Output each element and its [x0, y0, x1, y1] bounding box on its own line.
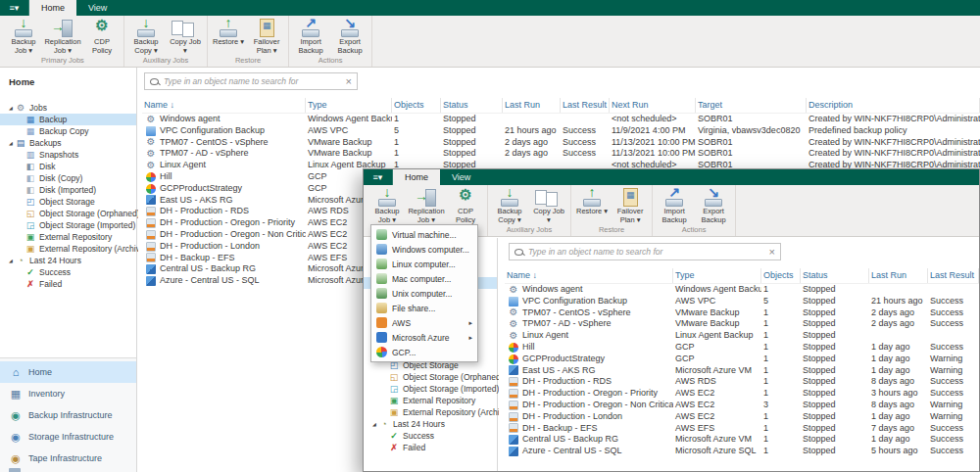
tree-item[interactable]: Disk (Imported) — [0, 184, 136, 196]
column-header[interactable]: Type — [673, 268, 761, 283]
table-row[interactable]: East US - AKS RG Microsoft Azure VM 1 St… — [505, 365, 979, 377]
tree-item[interactable]: Object Storage — [0, 196, 136, 208]
ribbon-button[interactable]: Backup Copy ▾ — [126, 16, 166, 56]
ribbon-button[interactable]: Failover Plan ▾ — [611, 185, 650, 225]
table-row[interactable]: TPM07 - AD - vSphere VMware Backup 1 Sto… — [142, 148, 980, 160]
tree-item[interactable]: Snapshots — [0, 149, 136, 161]
ribbon-button[interactable]: Import Backup — [291, 16, 330, 56]
nav-item[interactable]: Home — [0, 361, 136, 383]
expander-icon[interactable] — [6, 105, 16, 111]
column-header[interactable]: Last Result — [928, 268, 979, 283]
tree-item[interactable]: External Repository (Archive) — [364, 406, 497, 418]
search-box[interactable]: × — [144, 72, 358, 90]
nav-item[interactable]: Storage Infrastructure — [0, 426, 136, 448]
ribbon-button[interactable]: Replication Job ▾ — [43, 16, 82, 56]
ribbon-button[interactable]: Restore ▾ — [573, 185, 611, 225]
window-menu-button[interactable]: ≡▾ — [364, 169, 393, 185]
column-header[interactable]: Status — [441, 98, 503, 113]
column-header[interactable]: Objects — [392, 98, 441, 113]
table-row[interactable]: Linux Agent Linux Agent Backup 1 Stopped — [505, 330, 979, 342]
tree-item[interactable]: Object Storage (Imported) — [364, 383, 497, 395]
table-row[interactable]: DH - Production - Oregon - Non Critical … — [505, 400, 979, 411]
table-row[interactable]: Central US - Backup RG Microsoft Azure V… — [505, 434, 979, 446]
tree-item[interactable]: Object Storage (Orphaned) — [364, 371, 497, 383]
ribbon-tab[interactable]: View — [76, 0, 119, 16]
search-input[interactable] — [164, 76, 341, 86]
tree-item[interactable]: Backup Copy — [0, 125, 136, 137]
table-row[interactable]: Azure - Central US - SQL Microsoft Azure… — [505, 446, 979, 457]
table-row[interactable]: GCPProductStrategy GCP 1 Stopped 1 day a… — [505, 354, 979, 365]
tree-item[interactable]: Backup — [0, 114, 136, 125]
ribbon-button[interactable]: Restore ▾ — [210, 16, 247, 56]
window-menu-button[interactable]: ≡▾ — [0, 0, 29, 16]
column-header[interactable]: Last Run — [869, 268, 928, 283]
column-header[interactable]: Last Run — [503, 98, 561, 113]
column-header[interactable]: Last Result — [561, 98, 610, 113]
clear-search-icon[interactable]: × — [769, 247, 775, 258]
ribbon-tab[interactable]: Home — [29, 0, 76, 16]
table-row[interactable]: DH - Production - London AWS EC2 1 Stopp… — [505, 411, 979, 423]
column-header[interactable]: Name ↓ — [142, 98, 306, 113]
menu-item[interactable]: Windows computer... — [371, 242, 477, 257]
table-row[interactable]: DH - Production - RDS AWS RDS 1 Stopped … — [505, 376, 979, 388]
ribbon-button[interactable]: Backup Job ▾ — [4, 16, 43, 56]
tree-item[interactable]: Object Storage (Imported) — [0, 219, 136, 231]
menu-item[interactable]: Microsoft Azure — [371, 330, 477, 345]
table-row[interactable]: DH - Production - Oregon - Priority AWS … — [505, 388, 979, 400]
ribbon-button[interactable]: Export Backup — [694, 185, 733, 225]
nav-item-partial[interactable] — [9, 468, 21, 472]
table-row[interactable]: TPM07 - AD - vSphere VMware Backup 1 Sto… — [505, 318, 979, 330]
column-header[interactable]: Objects — [761, 268, 801, 283]
ribbon-button[interactable]: Replication Job ▾ — [407, 185, 446, 225]
ribbon-button[interactable]: CDP Policy — [446, 185, 485, 225]
menu-item[interactable]: File share... — [371, 301, 477, 315]
table-row[interactable]: Hill GCP 1 Stopped 1 day ago Success — [505, 342, 979, 354]
tree-item[interactable]: Jobs — [0, 102, 136, 114]
ribbon-button[interactable]: Export Backup — [330, 16, 369, 56]
menu-item[interactable]: Linux computer... — [371, 257, 477, 271]
nav-item[interactable]: Backup Infrastructure — [0, 404, 136, 426]
column-header[interactable]: Next Run — [610, 98, 696, 113]
tree-item[interactable]: External Repository — [0, 231, 136, 243]
menu-item[interactable]: Unix computer... — [371, 286, 477, 301]
ribbon-button[interactable]: Backup Job ▾ — [368, 185, 407, 225]
table-row[interactable]: Windows agent Windows Agent Backup 1 Sto… — [142, 114, 980, 125]
tree-item[interactable]: Backups — [0, 137, 136, 149]
table-row[interactable]: TPM07 - CentOS - vSphere VMware Backup 1… — [142, 137, 980, 149]
search-box[interactable]: × — [509, 243, 781, 260]
expander-icon[interactable] — [369, 421, 379, 427]
column-header[interactable]: Description — [807, 98, 980, 113]
ribbon-tab[interactable]: Home — [393, 169, 440, 185]
ribbon-button[interactable]: Failover Plan ▾ — [247, 16, 286, 56]
expander-icon[interactable] — [6, 258, 16, 263]
ribbon-tab[interactable]: View — [440, 169, 482, 185]
tree-item[interactable]: Disk — [0, 161, 136, 172]
column-header[interactable]: Target — [696, 98, 807, 113]
tree-item[interactable]: Last 24 Hours — [364, 418, 497, 430]
clear-search-icon[interactable]: × — [346, 76, 352, 87]
expander-icon[interactable] — [6, 140, 16, 146]
tree-item[interactable]: Failed — [364, 442, 497, 453]
table-row[interactable]: Windows agent Windows Agent Backup 1 Sto… — [505, 284, 979, 296]
table-row[interactable]: TPM07 - CentOS - vSphere VMware Backup 1… — [505, 307, 979, 319]
tree-item[interactable]: External Repository — [364, 395, 497, 406]
tree-item[interactable]: Object Storage (Orphaned) — [0, 208, 136, 219]
ribbon-button[interactable]: CDP Policy — [82, 16, 122, 56]
tree-item[interactable]: External Repository (Archive) — [0, 243, 136, 255]
ribbon-button[interactable]: Backup Copy ▾ — [490, 185, 529, 225]
tree-item[interactable]: Last 24 Hours — [0, 255, 136, 266]
tree-item[interactable]: Failed — [0, 278, 136, 290]
column-header[interactable]: Name ↓ — [505, 268, 673, 283]
tree-item[interactable]: Success — [0, 266, 136, 278]
ribbon-button[interactable]: Import Backup — [655, 185, 694, 225]
table-row[interactable]: DH - Backup - EFS AWS EFS 1 Stopped 7 da… — [505, 423, 979, 435]
menu-item[interactable]: Virtual machine... — [371, 227, 477, 242]
menu-item[interactable]: Mac computer... — [371, 271, 477, 286]
column-header[interactable]: Status — [801, 268, 869, 283]
column-header[interactable]: Type — [306, 98, 392, 113]
tree-item[interactable]: Disk (Copy) — [0, 172, 136, 184]
tree-item[interactable]: Success — [364, 430, 497, 442]
ribbon-button[interactable]: Copy Job ▾ — [529, 185, 568, 225]
menu-item[interactable]: AWS — [371, 315, 477, 330]
nav-item[interactable]: Tape Infrastructure — [0, 448, 136, 469]
